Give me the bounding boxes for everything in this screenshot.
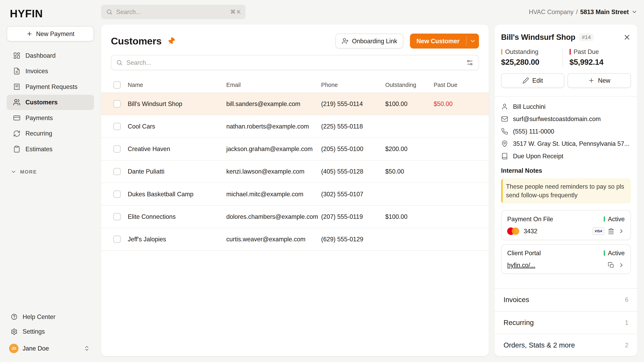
sidebar-item-recurring[interactable]: Recurring	[7, 126, 94, 141]
cell-email: curtis.weaver@example.com	[226, 236, 321, 243]
cell-phone: (219) 555-0114	[321, 100, 385, 107]
customer-name-title: Bill's Windsurf Shop	[501, 33, 575, 42]
plus-icon	[588, 77, 595, 84]
customers-search[interactable]	[111, 55, 479, 70]
pin-icon[interactable]	[166, 35, 177, 46]
credit-card-icon	[13, 114, 20, 122]
search-icon	[116, 59, 123, 66]
cell-phone: (405) 555-0128	[321, 168, 385, 175]
portal-link[interactable]: hyfin.co/...	[507, 262, 535, 269]
sidebar-item-label: Dashboard	[26, 52, 56, 59]
contact-text: Bill Lucchini	[513, 103, 546, 110]
detail-scroll-area: Bill's Windsurf Shop #14 Outstanding $25…	[494, 24, 637, 288]
new-customer-dropdown[interactable]	[466, 33, 479, 48]
customers-table: Name Email Phone Outstanding Past Due Bi…	[101, 78, 489, 251]
sidebar-item-payments[interactable]: Payments	[7, 110, 94, 126]
user-menu[interactable]: JD Jane Doe	[7, 339, 94, 358]
sidebar-footer: Help Center Settings JD Jane Doe	[7, 310, 94, 362]
section-orders-stats[interactable]: Orders, Stats & 2 more 2	[494, 334, 637, 356]
new-payment-button[interactable]: New Payment	[7, 26, 94, 41]
table-row[interactable]: Cool Cars nathan.roberts@example.com (22…	[101, 115, 489, 138]
divider	[494, 96, 637, 96]
sidebar-item-customers[interactable]: Customers	[7, 95, 94, 110]
global-search-input[interactable]	[116, 8, 226, 15]
copy-icon[interactable]	[608, 262, 614, 269]
filter-icon[interactable]	[466, 59, 474, 66]
chevron-right-icon[interactable]	[618, 228, 625, 235]
row-checkbox[interactable]	[113, 190, 121, 198]
sidebar-item-estimates[interactable]: Estimates	[7, 142, 94, 157]
onboarding-link-button[interactable]: Onboarding Link	[336, 33, 403, 48]
select-all-checkbox[interactable]	[113, 81, 121, 89]
bank-icon	[608, 228, 614, 235]
section-label: Orders, Stats & 2 more	[504, 341, 575, 349]
close-icon[interactable]	[623, 33, 631, 41]
section-invoices[interactable]: Invoices 6	[494, 289, 637, 311]
new-button[interactable]: New	[568, 73, 631, 88]
clipboard-icon	[13, 145, 20, 153]
sidebar-item-payment-requests[interactable]: Payment Requests	[7, 79, 94, 94]
table-row[interactable]: Elite Connections dolores.chambers@examp…	[101, 206, 489, 228]
stat-label: Past Due	[574, 48, 599, 55]
sidebar-item-invoices[interactable]: Invoices	[7, 63, 94, 79]
contact-terms: Due Upon Receipt	[501, 153, 631, 160]
breadcrumb-location: 5813 Main Street	[580, 8, 629, 15]
table-row[interactable]: Jeff's Jalopies curtis.weaver@example.co…	[101, 228, 489, 251]
new-customer-split-button: New Customer	[410, 33, 479, 48]
sidebar-more-toggle[interactable]: MORE	[7, 169, 94, 175]
content-column: ⌘ K HVAC Company / 5813 Main Street Cust…	[100, 0, 644, 362]
phone-icon	[501, 128, 508, 135]
global-search[interactable]: ⌘ K	[101, 5, 246, 19]
payment-on-file-title: Payment On File	[507, 216, 553, 223]
cell-name: Creative Haven	[128, 145, 226, 152]
user-icon	[501, 103, 508, 110]
customers-actions: Onboarding Link New Customer	[336, 33, 479, 48]
table-row[interactable]: Dukes Basketball Camp michael.mitc@examp…	[101, 183, 489, 206]
detail-stats: Outstanding $25,280.00 Past Due $5,992.1…	[501, 48, 631, 66]
help-center-item[interactable]: Help Center	[7, 310, 94, 324]
row-checkbox[interactable]	[113, 236, 121, 243]
settings-item[interactable]: Settings	[7, 324, 94, 339]
row-checkbox[interactable]	[113, 168, 121, 175]
refresh-icon	[13, 130, 20, 137]
section-recurring[interactable]: Recurring 1	[494, 311, 637, 334]
row-checkbox[interactable]	[113, 213, 121, 220]
sidebar-item-dashboard[interactable]: Dashboard	[7, 48, 94, 63]
new-customer-button[interactable]: New Customer	[410, 33, 466, 48]
table-row[interactable]: Creative Haven jackson.graham@example.co…	[101, 138, 489, 160]
cell-name: Jeff's Jalopies	[128, 236, 226, 243]
table-row[interactable]: Bill's Windsurt Shop bill.sanders@exampl…	[101, 93, 489, 115]
payment-request-icon	[13, 83, 20, 90]
customers-search-input[interactable]	[126, 59, 462, 66]
row-checkbox[interactable]	[113, 123, 121, 130]
chevron-down-icon	[11, 169, 16, 175]
table-row[interactable]: Dante Puliatti kenzi.lawson@example.com …	[101, 160, 489, 183]
invoice-icon	[13, 67, 20, 75]
cell-phone: (207) 555-0119	[321, 213, 385, 220]
chevron-right-icon[interactable]	[618, 262, 625, 269]
cell-past-due: $50.00	[434, 100, 489, 107]
contact-email: surf@surfwestcoastdomain.com	[501, 115, 631, 122]
search-shortcut: ⌘ K	[230, 9, 241, 15]
cell-phone: (205) 555-0100	[321, 145, 385, 152]
section-label: Recurring	[504, 319, 534, 327]
breadcrumb[interactable]: HVAC Company / 5813 Main Street	[529, 8, 638, 15]
cell-name: Dukes Basketball Camp	[128, 191, 226, 198]
avatar: JD	[9, 344, 18, 353]
app-root: HYFIN New Payment Dashboard Invoices Pay…	[0, 0, 644, 362]
past-due-bar-icon	[570, 49, 571, 55]
contact-text: Due Upon Receipt	[513, 153, 563, 160]
row-checkbox[interactable]	[113, 145, 121, 153]
sidebar-item-label: Customers	[26, 99, 58, 106]
section-count: 1	[625, 319, 628, 326]
detail-actions: Edit New	[501, 73, 631, 88]
help-label: Help Center	[22, 313, 55, 320]
row-checkbox[interactable]	[113, 100, 121, 108]
cell-outstanding: $100.00	[385, 213, 434, 220]
edit-button[interactable]: Edit	[501, 73, 564, 88]
payment-on-file-card[interactable]: Payment On File Active 3432 VISA	[501, 210, 631, 240]
contact-phone: (555) 111-0000	[501, 128, 631, 135]
cell-name: Elite Connections	[128, 213, 226, 220]
cell-email: kenzi.lawson@example.com	[226, 168, 321, 175]
client-portal-card[interactable]: Client Portal Active hyfin.co/...	[501, 244, 631, 274]
